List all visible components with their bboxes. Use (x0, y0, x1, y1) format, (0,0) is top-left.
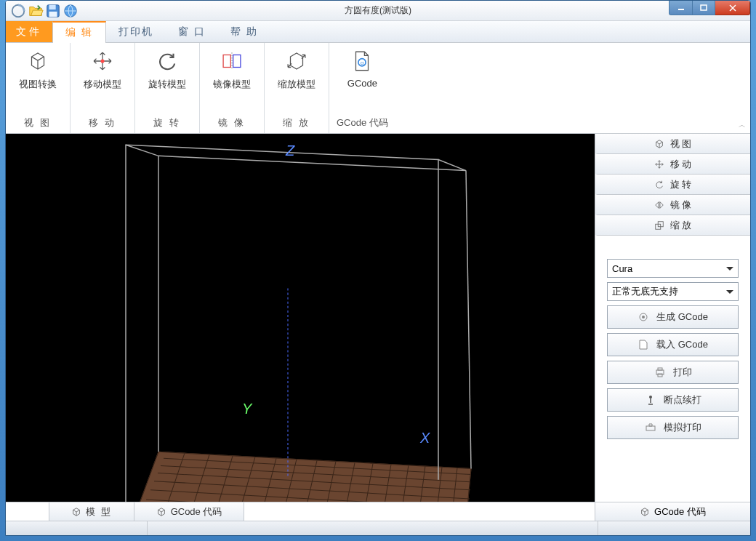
mirror-icon (220, 49, 244, 73)
sidebar: 视图 移动 旋转 镜像 缩放 (595, 134, 750, 521)
svg-rect-5 (678, 9, 684, 10)
svg-rect-54 (646, 426, 655, 430)
side-tab-move[interactable]: 移动 (595, 154, 750, 175)
content-area: Z Y X 模 型 GCode 代码 (6, 134, 750, 521)
menu-help[interactable]: 帮 助 (218, 21, 270, 42)
svg-point-49 (642, 316, 645, 318)
qat-globe-icon[interactable] (63, 3, 79, 19)
resume-icon (645, 394, 656, 406)
generate-gcode-button[interactable]: 生成 GCode (607, 305, 739, 329)
svg-rect-3 (49, 11, 57, 16)
svg-point-53 (649, 396, 652, 398)
viewport-bottom-tabs: 模 型 GCode 代码 (6, 502, 595, 521)
menu-window[interactable]: 窗 口 (166, 21, 218, 42)
axis-x-label: X (419, 430, 431, 446)
titlebar: 方圆有度(测试版) (6, 1, 750, 21)
app-window: 方圆有度(测试版) 文件 编 辑 打印机 窗 口 帮 助 视图转换 视 图 移动… (5, 0, 751, 536)
tab-model[interactable]: 模 型 (49, 502, 134, 521)
cube-icon (71, 507, 81, 517)
menu-file[interactable]: 文件 (6, 21, 52, 42)
cube-icon (156, 507, 166, 517)
ribbon-collapse-icon[interactable]: ︿ (739, 120, 746, 130)
svg-rect-2 (49, 4, 56, 9)
menu-printer[interactable]: 打印机 (106, 21, 166, 42)
printer-icon (654, 366, 666, 378)
menubar: 文件 编 辑 打印机 窗 口 帮 助 (6, 21, 750, 43)
side-tabs: 视图 移动 旋转 镜像 缩放 (595, 134, 750, 236)
qat-app-icon[interactable] (10, 3, 26, 19)
gear-icon (638, 311, 649, 323)
quick-access-toolbar (6, 3, 79, 19)
ribbon-group-scale: 缩放模型 缩 放 (265, 43, 329, 133)
gcode-panel: Cura 正常无底无支持 生成 GCode 载入 GCode 打印 断点续打 (595, 250, 750, 448)
rotate-model-button[interactable]: 旋转模型 (142, 46, 192, 94)
tab-gcode[interactable]: GCode 代码 (134, 502, 245, 521)
svg-rect-9 (233, 55, 241, 68)
sidebar-bottom-tab-gcode[interactable]: GCode 代码 (595, 502, 750, 521)
file-icon (638, 339, 649, 350)
ribbon: 视图转换 视 图 移动模型 移 动 旋转模型 旋 转 镜像模型 镜 像 (6, 43, 750, 134)
mirror-icon (654, 200, 664, 210)
window-title: 方圆有度(测试版) (345, 4, 411, 17)
side-tab-mirror[interactable]: 镜像 (595, 195, 750, 215)
print-button[interactable]: 打印 (607, 361, 739, 384)
scale-icon (654, 220, 664, 231)
load-gcode-button[interactable]: 载入 GCode (607, 333, 739, 356)
move-model-button[interactable]: 移动模型 (78, 46, 127, 94)
side-tab-scale[interactable]: 缩放 (595, 215, 750, 236)
close-button[interactable] (715, 1, 750, 15)
gcode-button[interactable]: g GCode (342, 46, 383, 92)
menu-edit[interactable]: 编 辑 (52, 21, 106, 43)
scale-icon (284, 49, 309, 73)
svg-point-7 (100, 59, 104, 63)
mirror-model-button[interactable]: 镜像模型 (207, 46, 257, 94)
ribbon-group-gcode: g GCode GCode 代码 (329, 43, 395, 133)
move-icon (654, 159, 664, 169)
cube-icon (640, 507, 650, 517)
play-icon (645, 422, 656, 433)
svg-line-44 (466, 171, 471, 469)
gcode-file-icon: g (350, 49, 374, 73)
ribbon-group-mirror: 镜像模型 镜 像 (200, 43, 265, 133)
side-tab-view[interactable]: 视图 (595, 134, 750, 154)
rotate-icon (654, 180, 664, 190)
axis-y-label: Y (242, 400, 253, 416)
axis-z-label: Z (285, 143, 295, 159)
3d-viewport[interactable]: Z Y X (6, 134, 595, 502)
svg-rect-6 (701, 5, 707, 10)
scale-model-button[interactable]: 缩放模型 (272, 46, 321, 94)
viewport-area: Z Y X 模 型 GCode 代码 (6, 134, 595, 521)
qat-save-icon[interactable] (45, 3, 61, 19)
ribbon-group-rotate: 旋转模型 旋 转 (135, 43, 200, 133)
side-tab-rotate[interactable]: 旋转 (595, 175, 750, 195)
slicer-select[interactable]: Cura (607, 259, 739, 278)
simulate-print-button[interactable]: 模拟打印 (607, 416, 739, 439)
svg-text:g: g (361, 60, 363, 66)
qat-open-icon[interactable] (28, 3, 44, 19)
view-transform-button[interactable]: 视图转换 (13, 46, 63, 94)
statusbar-right-pane (598, 521, 750, 535)
svg-rect-51 (658, 368, 662, 370)
maximize-button[interactable] (692, 1, 715, 15)
window-controls (669, 1, 750, 15)
ribbon-group-move: 移动模型 移 动 (71, 43, 135, 133)
resume-print-button[interactable]: 断点续打 (607, 388, 739, 412)
ribbon-group-view: 视图转换 视 图 (6, 43, 71, 133)
cube-icon (25, 49, 50, 73)
cube-icon (654, 139, 664, 149)
minimize-button[interactable] (669, 1, 692, 15)
statusbar-mid-pane (147, 521, 598, 535)
move-icon (90, 49, 115, 73)
rotate-icon (155, 49, 180, 73)
profile-select[interactable]: 正常无底无支持 (607, 282, 739, 301)
statusbar (6, 521, 750, 535)
svg-rect-8 (223, 55, 230, 68)
